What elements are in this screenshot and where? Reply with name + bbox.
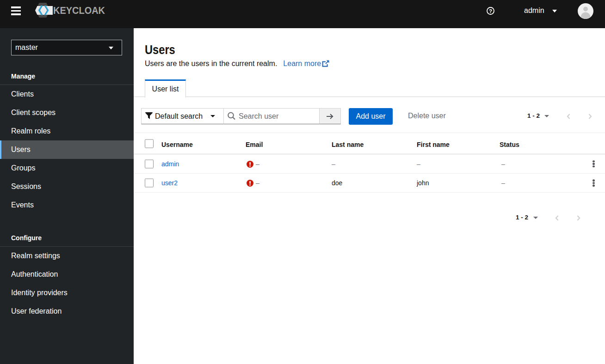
svg-text:?: ? [489,8,492,14]
svg-text:KEYCLOAK: KEYCLOAK [53,5,105,16]
